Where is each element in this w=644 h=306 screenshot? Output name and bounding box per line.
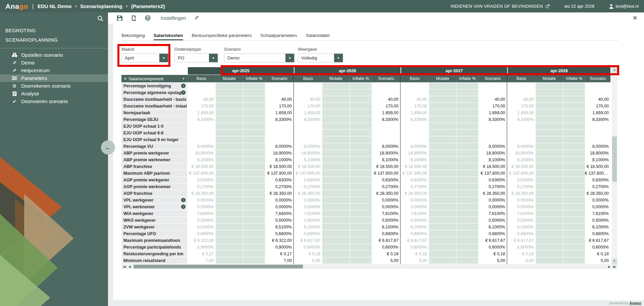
cell-inflatie[interactable] (350, 204, 372, 210)
scroll-right-end-icon[interactable]: ▶| (612, 265, 617, 268)
onderwijstype-select[interactable]: PO▼ (174, 53, 218, 62)
cell-mutatie[interactable] (429, 204, 456, 210)
chevron-down-icon[interactable]: ▼ (209, 54, 218, 62)
cell-mutatie[interactable] (535, 224, 563, 230)
cell-scenario[interactable]: € 28.350,00 (478, 190, 507, 197)
cell-basis[interactable]: € 6.617,67 (507, 237, 535, 244)
cell-scenario[interactable]: 8,0000% (265, 143, 294, 150)
cell-inflatie[interactable] (243, 143, 265, 150)
cell-inflatie[interactable] (350, 103, 372, 110)
year-group-header-apr-2026[interactable]: apr-2026 (294, 67, 400, 75)
cell-mutatie[interactable] (535, 103, 563, 110)
cell-scenario[interactable]: 8,0000% (585, 143, 610, 150)
cell-basis[interactable]: € 0,18 (400, 251, 429, 257)
cell-scenario[interactable]: 40,00 (372, 96, 400, 103)
cell-scenario[interactable] (372, 89, 400, 96)
cell-basis[interactable] (507, 123, 535, 130)
cell-scenario[interactable]: € 0,18 (478, 251, 507, 257)
cell-inflatie[interactable] (243, 224, 265, 230)
cell-mutatie[interactable] (215, 177, 243, 183)
cell-mutatie[interactable] (429, 130, 456, 136)
cell-inflatie[interactable] (243, 177, 265, 183)
cell-mutatie[interactable] (322, 110, 350, 116)
chevron-down-icon[interactable]: ▼ (285, 54, 294, 62)
weergave-select[interactable]: Volledig▼ (298, 53, 343, 62)
cell-mutatie[interactable] (322, 96, 350, 103)
cell-basis[interactable]: 8,0000% (187, 143, 215, 150)
cell-basis[interactable]: € 6.617,67 (294, 237, 322, 244)
cell-basis[interactable]: € 28.350,00 (187, 190, 215, 197)
settings-link[interactable]: Instellingen (161, 15, 186, 21)
cell-mutatie[interactable] (429, 136, 456, 143)
cell-scenario[interactable]: € 0,17 (265, 251, 294, 257)
row-label[interactable]: Minimum reisafstand (121, 257, 187, 264)
cell-mutatie[interactable] (215, 257, 243, 264)
cell-inflatie[interactable] (456, 244, 478, 251)
cell-scenario[interactable]: 8,1000% (265, 157, 294, 163)
cell-inflatie[interactable] (563, 257, 585, 264)
row-label[interactable]: Reiskostenvergoeding per km (121, 251, 187, 257)
cell-inflatie[interactable] (350, 163, 372, 170)
cell-inflatie[interactable] (243, 103, 265, 110)
cell-basis[interactable]: 1.659,00 (507, 110, 535, 116)
cell-basis[interactable]: 40,00 (400, 96, 429, 103)
cell-basis[interactable]: 8,3300% (187, 116, 215, 123)
cell-scenario[interactable]: 18,9000% (585, 150, 610, 157)
cell-scenario[interactable]: € 28.350,00 (265, 190, 294, 197)
cell-basis[interactable]: 170,00 (400, 103, 429, 110)
cell-scenario[interactable]: 0,6300% (585, 177, 610, 183)
cell-inflatie[interactable] (456, 251, 478, 257)
cell-scenario[interactable]: 1.659,00 (372, 110, 400, 116)
cell-basis[interactable]: 0,5000% (187, 217, 215, 224)
scroll-down-icon[interactable]: ▼ (612, 259, 617, 264)
cell-inflatie[interactable] (243, 136, 265, 143)
cell-mutatie[interactable] (322, 163, 350, 170)
cell-basis[interactable] (507, 130, 535, 136)
cell-mutatie[interactable] (535, 170, 563, 177)
cell-basis[interactable]: 0,6300% (187, 177, 215, 183)
cell-mutatie[interactable] (215, 130, 243, 136)
cell-inflatie[interactable] (563, 96, 585, 103)
cell-scenario[interactable] (265, 130, 294, 136)
cell-inflatie[interactable] (350, 251, 372, 257)
sidebar-item-demo[interactable]: ✎Demo (0, 59, 108, 67)
cell-basis[interactable] (294, 83, 322, 89)
row-label[interactable]: Percentage algemene opslagi (121, 89, 187, 96)
cell-mutatie[interactable] (322, 170, 350, 177)
cell-inflatie[interactable] (350, 96, 372, 103)
tab-bestuurspecifieke-parameters[interactable]: Bestuurspecifieke parameters (192, 33, 252, 40)
scroll-right-icon[interactable]: ▶ (606, 265, 612, 268)
cell-mutatie[interactable] (429, 224, 456, 230)
cell-scenario[interactable]: 170,00 (585, 103, 610, 110)
cell-mutatie[interactable] (215, 157, 243, 163)
cell-basis[interactable]: 0,2700% (294, 183, 322, 190)
cell-basis[interactable]: 0,0000% (507, 197, 535, 204)
cell-scenario[interactable]: 6,1000% (478, 224, 507, 230)
cell-mutatie[interactable] (429, 143, 456, 150)
cell-mutatie[interactable] (322, 251, 350, 257)
cell-inflatie[interactable] (350, 197, 372, 204)
cell-mutatie[interactable] (429, 230, 456, 237)
year-group-header-apr-2028[interactable]: apr-2028 (508, 67, 610, 75)
help-button[interactable]: ? (145, 15, 151, 21)
cell-scenario[interactable]: € 137.800,00 (478, 170, 507, 177)
cell-mutatie[interactable] (322, 210, 350, 217)
export-button[interactable] (131, 15, 137, 21)
cell-basis[interactable]: € 18.500,00 (400, 163, 429, 170)
cell-basis[interactable]: 0,0000% (507, 204, 535, 210)
cell-inflatie[interactable] (243, 96, 265, 103)
cell-inflatie[interactable] (243, 230, 265, 237)
cell-scenario[interactable]: 8,1000% (585, 157, 610, 163)
cell-inflatie[interactable] (243, 150, 265, 157)
cell-inflatie[interactable] (563, 204, 585, 210)
cell-inflatie[interactable] (350, 210, 372, 217)
save-button[interactable] (117, 15, 123, 21)
cell-mutatie[interactable] (215, 190, 243, 197)
scroll-left-end-icon[interactable]: |◀ (121, 265, 127, 268)
cell-basis[interactable] (294, 123, 322, 130)
cell-scenario[interactable]: 8,1000% (372, 157, 400, 163)
cell-inflatie[interactable] (563, 163, 585, 170)
cell-mutatie[interactable] (322, 237, 350, 244)
cell-inflatie[interactable] (563, 237, 585, 244)
cell-inflatie[interactable] (350, 244, 372, 251)
